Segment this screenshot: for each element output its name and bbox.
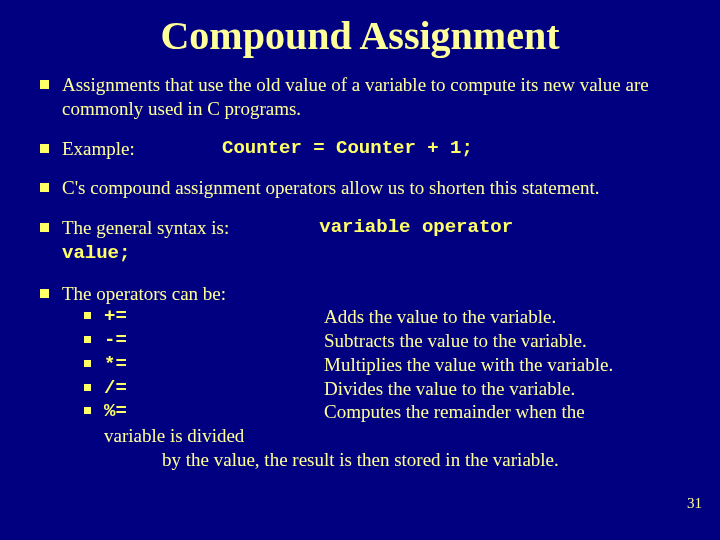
trail-line-2: by the value, the result is then stored … xyxy=(62,448,680,472)
op-row-4: %= Computes the remainder when the xyxy=(84,400,680,424)
op-sym-1: -= xyxy=(104,329,324,353)
op-sym-3: /= xyxy=(104,377,324,401)
bullet-2-label: Example: xyxy=(62,137,222,161)
bullet-4-left: The general syntax is: xyxy=(62,216,229,240)
op-desc-3: Divides the value to the variable. xyxy=(324,377,680,401)
bullet-2-code: Counter = Counter + 1; xyxy=(222,137,473,161)
op-row-0: += Adds the value to the variable. xyxy=(84,305,680,329)
op-row-1: -= Subtracts the value to the variable. xyxy=(84,329,680,353)
op-row-3: /= Divides the value to the variable. xyxy=(84,377,680,401)
bullet-5: The operators can be: += Adds the value … xyxy=(40,282,680,472)
trail-line-1: variable is divided xyxy=(62,424,680,448)
bullet-list: Assignments that use the old value of a … xyxy=(40,73,680,472)
op-sym-0: += xyxy=(104,305,324,329)
op-desc-4: Computes the remainder when the xyxy=(324,400,680,424)
bullet-4-code2: value; xyxy=(62,242,130,264)
bullet-4-code1: variable operator xyxy=(319,216,513,240)
op-sym-2: *= xyxy=(104,353,324,377)
page-title: Compound Assignment xyxy=(40,12,680,59)
bullet-1: Assignments that use the old value of a … xyxy=(40,73,680,121)
op-desc-1: Subtracts the value to the variable. xyxy=(324,329,680,353)
op-row-2: *= Multiplies the value with the variabl… xyxy=(84,353,680,377)
bullet-4: The general syntax is: variable operator… xyxy=(40,216,680,266)
bullet-3: C's compound assignment operators allow … xyxy=(40,176,680,200)
bullet-5-lead: The operators can be: xyxy=(62,283,226,304)
bullet-2: Example: Counter = Counter + 1; xyxy=(40,137,680,161)
op-desc-0: Adds the value to the variable. xyxy=(324,305,680,329)
op-sym-4: %= xyxy=(104,400,324,424)
operator-list: += Adds the value to the variable. -= Su… xyxy=(62,305,680,424)
bullet-3-text: C's compound assignment operators allow … xyxy=(62,177,599,198)
bullet-1-text: Assignments that use the old value of a … xyxy=(62,74,649,119)
page-number: 31 xyxy=(687,495,702,512)
op-desc-2: Multiplies the value with the variable. xyxy=(324,353,680,377)
